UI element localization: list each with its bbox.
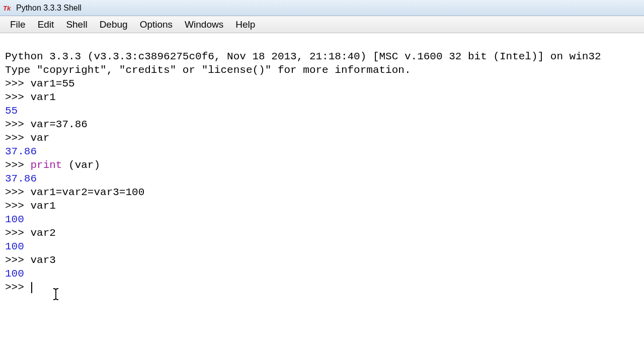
menu-edit[interactable]: Edit <box>32 17 60 32</box>
output-line: 37.86 <box>5 146 37 157</box>
tk-icon: Tk <box>3 4 12 13</box>
menu-windows[interactable]: Windows <box>179 17 229 32</box>
mouse-text-caret-icon <box>52 288 59 304</box>
shell-content[interactable]: Python 3.3.3 (v3.3.3:c3896275c0f6, Nov 1… <box>0 33 644 297</box>
prompt: >>> <box>5 227 30 239</box>
input-line: var1=var2=var3=100 <box>30 187 144 198</box>
input-line: var2 <box>30 227 55 239</box>
window-title: Python 3.3.3 Shell <box>16 4 82 13</box>
menu-debug[interactable]: Debug <box>94 17 134 32</box>
input-line: var3 <box>30 254 55 266</box>
input-line: var=37.86 <box>30 119 87 130</box>
output-line: 55 <box>5 105 18 117</box>
prompt: >>> <box>5 78 30 89</box>
banner-line-1: Python 3.3.3 (v3.3.3:c3896275c0f6, Nov 1… <box>5 51 601 62</box>
keyword-print: print <box>30 159 62 171</box>
input-line: var1 <box>30 92 55 103</box>
prompt: >>> <box>5 119 30 130</box>
prompt: >>> <box>5 187 30 198</box>
output-line: 37.86 <box>5 173 37 185</box>
menu-options[interactable]: Options <box>134 17 179 32</box>
prompt: >>> <box>5 92 30 103</box>
title-bar: Tk Python 3.3.3 Shell <box>0 0 644 16</box>
input-line: var <box>30 132 49 144</box>
prompt: >>> <box>5 159 30 171</box>
prompt: >>> <box>5 132 30 144</box>
menu-bar: File Edit Shell Debug Options Windows He… <box>0 16 644 33</box>
output-line: 100 <box>5 214 24 225</box>
menu-help[interactable]: Help <box>229 17 261 32</box>
prompt: >>> <box>5 282 30 293</box>
output-line: 100 <box>5 268 24 280</box>
prompt: >>> <box>5 200 30 212</box>
text-cursor <box>31 282 32 293</box>
output-line: 100 <box>5 241 24 252</box>
svg-text:Tk: Tk <box>3 5 11 12</box>
menu-shell[interactable]: Shell <box>60 17 93 32</box>
input-line: (var) <box>62 159 100 171</box>
menu-file[interactable]: File <box>4 17 32 32</box>
input-line: var1 <box>30 200 55 212</box>
prompt: >>> <box>5 254 30 266</box>
input-line: var1=55 <box>30 78 74 89</box>
banner-line-2: Type "copyright", "credits" or "license(… <box>5 64 411 76</box>
